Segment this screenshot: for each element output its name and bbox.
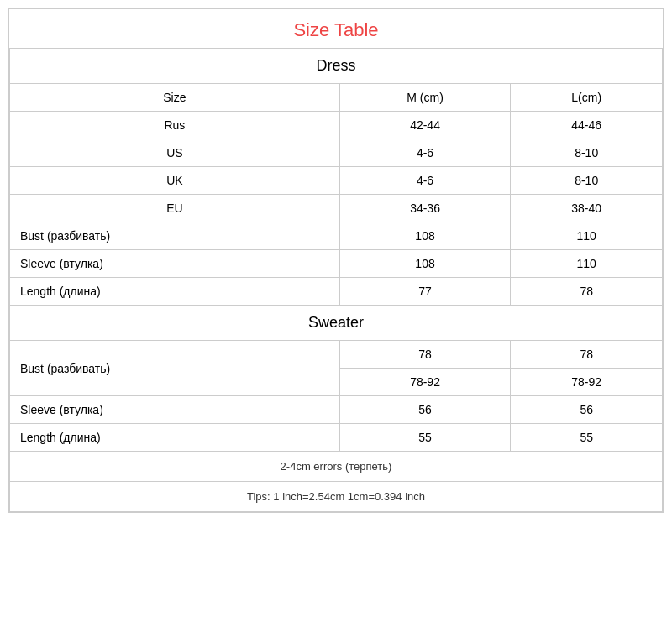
dress-uk-m: 4-6 <box>339 167 511 195</box>
tips-row: Tips: 1 inch=2.54cm 1cm=0.394 inch <box>10 482 663 512</box>
dress-row-eu: EU 34-36 38-40 <box>10 195 663 222</box>
dress-rus-m: 42-44 <box>339 112 511 139</box>
dress-sleeve-l: 110 <box>511 250 663 278</box>
dress-sleeve-label: Sleeve (втулка) <box>10 250 340 278</box>
sweater-bust-label: Bust (разбивать) <box>10 341 340 396</box>
dress-sleeve-m: 108 <box>339 250 511 278</box>
dress-rus-l: 44-46 <box>511 112 663 139</box>
sweater-sleeve-label: Sleeve (втулка) <box>10 396 340 424</box>
dress-row-uk: UK 4-6 8-10 <box>10 167 663 195</box>
dress-bust-row: Bust (разбивать) 108 110 <box>10 222 663 250</box>
sweater-bust-tile-row: Bust (разбивать) 78 78 <box>10 341 663 369</box>
dress-sleeve-row: Sleeve (втулка) 108 110 <box>10 250 663 278</box>
size-table: Dress Size M (cm) L(cm) Rus 42-44 44-46 … <box>9 48 663 512</box>
dress-eu-l: 38-40 <box>511 195 663 222</box>
dress-bust-m: 108 <box>339 222 511 250</box>
dress-length-row: Length (длина) 77 78 <box>10 278 663 306</box>
dress-row-rus: Rus 42-44 44-46 <box>10 112 663 139</box>
sweater-bust-recommend-l: 78-92 <box>511 369 663 396</box>
dress-uk-label: UK <box>10 167 340 195</box>
size-col-header: Size <box>10 84 340 112</box>
dress-us-l: 8-10 <box>511 139 663 167</box>
sweater-length-m: 55 <box>339 424 511 452</box>
m-col-header: M (cm) <box>339 84 511 112</box>
sweater-bust-recommend-m: 78-92 <box>339 369 511 396</box>
sweater-bust-l: 78 <box>511 341 663 369</box>
sweater-sleeve-l: 56 <box>511 396 663 424</box>
dress-eu-m: 34-36 <box>339 195 511 222</box>
dress-eu-label: EU <box>10 195 340 222</box>
main-title: Size Table <box>9 9 663 48</box>
dress-length-m: 77 <box>339 278 511 306</box>
errors-row: 2-4cm errors (терпеть) <box>10 452 663 482</box>
size-table-container: Size Table Dress Size M (cm) L(cm) Rus 4… <box>8 8 664 513</box>
sweater-length-label: Length (длина) <box>10 424 340 452</box>
dress-length-l: 78 <box>511 278 663 306</box>
sweater-bust-m: 78 <box>339 341 511 369</box>
errors-text: 2-4cm errors (терпеть) <box>10 452 663 482</box>
dress-rus-label: Rus <box>10 112 340 139</box>
dress-uk-l: 8-10 <box>511 167 663 195</box>
dress-column-header-row: Size M (cm) L(cm) <box>10 84 663 112</box>
dress-length-label: Length (длина) <box>10 278 340 306</box>
dress-us-label: US <box>10 139 340 167</box>
sweater-length-row: Length (длина) 55 55 <box>10 424 663 452</box>
dress-us-m: 4-6 <box>339 139 511 167</box>
dress-section-header: Dress <box>10 49 663 84</box>
sweater-section-header: Sweater <box>10 306 663 341</box>
dress-label: Dress <box>10 49 663 84</box>
sweater-label: Sweater <box>10 306 663 341</box>
dress-bust-label: Bust (разбивать) <box>10 222 340 250</box>
sweater-length-l: 55 <box>511 424 663 452</box>
l-col-header: L(cm) <box>511 84 663 112</box>
sweater-sleeve-m: 56 <box>339 396 511 424</box>
tips-text: Tips: 1 inch=2.54cm 1cm=0.394 inch <box>10 482 663 512</box>
dress-row-us: US 4-6 8-10 <box>10 139 663 167</box>
sweater-sleeve-row: Sleeve (втулка) 56 56 <box>10 396 663 424</box>
dress-bust-l: 110 <box>511 222 663 250</box>
